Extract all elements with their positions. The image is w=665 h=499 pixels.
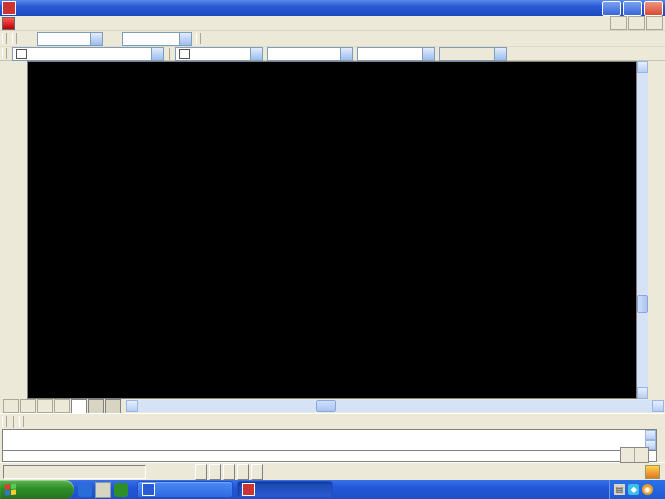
autocad-window: ▤ ◆ ◉: [0, 0, 665, 499]
lineweight-combo[interactable]: [357, 47, 435, 61]
task-autocad[interactable]: [237, 481, 333, 498]
combo-arrow-icon: [494, 48, 506, 60]
restore-button[interactable]: [623, 1, 642, 16]
left-dock: [0, 61, 27, 399]
color-swatch: [179, 49, 190, 59]
combo-arrow-icon[interactable]: [422, 48, 434, 60]
combo-arrow-icon[interactable]: [151, 48, 163, 60]
command-window: [0, 428, 665, 462]
tray-icon[interactable]: ◉: [642, 484, 653, 495]
status-bar: [0, 462, 665, 480]
layer-color-swatch: [16, 49, 27, 59]
combo-arrow-icon[interactable]: [340, 48, 352, 60]
tab-prev-icon[interactable]: [20, 399, 36, 413]
toolbar-grip[interactable]: [12, 33, 17, 44]
toolbar-separator: [169, 48, 170, 60]
vertical-scroll-thumb[interactable]: [637, 295, 648, 313]
horizontal-scroll-thumb[interactable]: [316, 400, 336, 412]
dim-style-icon[interactable]: [106, 32, 119, 45]
tab-layout2[interactable]: [105, 399, 121, 413]
autocad-icon: [242, 483, 255, 496]
draw-toolbar: [0, 61, 13, 399]
status-tray-icon[interactable]: [645, 465, 660, 479]
windows-taskbar: ▤ ◆ ◉: [0, 480, 665, 499]
osnap-view-toolbar-row: [0, 413, 665, 429]
polar-toggle[interactable]: [195, 464, 207, 480]
toolbar-grip[interactable]: [2, 33, 7, 44]
start-button[interactable]: [0, 480, 74, 499]
main-area: [0, 61, 665, 399]
horizontal-scrollbar[interactable]: [126, 400, 664, 412]
internet-explorer-icon[interactable]: [78, 483, 92, 497]
drawing-file-icon: [2, 17, 15, 30]
menu-bar: [0, 16, 665, 31]
tab-first-icon[interactable]: [3, 399, 19, 413]
coordinates-readout: [3, 465, 146, 479]
scroll-up-icon[interactable]: [645, 430, 656, 440]
toolbar-grip[interactable]: [19, 416, 24, 427]
toolbar-grip[interactable]: [2, 416, 7, 427]
minimize-button[interactable]: [602, 1, 621, 16]
vertical-scrollbar[interactable]: [637, 61, 648, 399]
title-bar: [0, 0, 665, 16]
quick-launch: [78, 482, 131, 498]
close-button[interactable]: [644, 1, 663, 16]
tray-icon[interactable]: ◆: [628, 484, 639, 495]
layout-tabs-row: [0, 399, 665, 413]
osnap-toggle[interactable]: [209, 464, 221, 480]
network-speed-overlay: [620, 447, 649, 463]
windows-flag-icon: [5, 483, 17, 496]
plotstyle-combo: [439, 47, 507, 61]
ortho-toggle[interactable]: [181, 464, 193, 480]
drawing-canvas[interactable]: [27, 61, 637, 399]
toolbar-grip[interactable]: [196, 33, 201, 44]
color-combo[interactable]: [175, 47, 263, 61]
command-prompt[interactable]: [2, 451, 657, 462]
combo-arrow-icon[interactable]: [250, 48, 262, 60]
tab-layout1[interactable]: [88, 399, 104, 413]
autocad-app-icon: [2, 1, 16, 15]
toolbar-grip[interactable]: [2, 48, 7, 59]
model-toggle[interactable]: [251, 464, 263, 480]
mdi-close-button[interactable]: [646, 16, 663, 30]
otrack-toggle[interactable]: [223, 464, 235, 480]
toolbar-separator: [13, 416, 14, 428]
system-tray: ▤ ◆ ◉: [609, 480, 665, 499]
task-word[interactable]: [137, 481, 233, 498]
horizontal-scroll-track[interactable]: [138, 400, 652, 412]
dimension-toolbar: [13, 61, 26, 399]
right-dock: [648, 61, 665, 399]
scroll-right-icon[interactable]: [652, 400, 664, 412]
dim-style-combo[interactable]: [122, 32, 192, 46]
command-history[interactable]: [2, 429, 657, 451]
layer-combo[interactable]: [12, 47, 164, 61]
snap-toggle[interactable]: [153, 464, 165, 480]
grid-toggle[interactable]: [167, 464, 179, 480]
mdi-minimize-button[interactable]: [610, 16, 627, 30]
lineweight-toggle[interactable]: [237, 464, 249, 480]
layers-properties-toolbar: [0, 47, 665, 61]
scroll-up-icon[interactable]: [637, 61, 648, 73]
scroll-down-icon[interactable]: [637, 387, 648, 399]
standard-toolbar: [0, 31, 665, 47]
word-icon: [142, 483, 155, 496]
tab-model[interactable]: [71, 399, 87, 413]
mdi-restore-button[interactable]: [628, 16, 645, 30]
combo-arrow-icon[interactable]: [179, 33, 191, 45]
vertical-scroll-track[interactable]: [637, 73, 648, 387]
text-style-icon[interactable]: [21, 32, 34, 45]
media-player-icon[interactable]: [114, 483, 128, 497]
show-desktop-icon[interactable]: [95, 482, 111, 498]
text-style-combo[interactable]: [37, 32, 103, 46]
linetype-combo[interactable]: [267, 47, 353, 61]
combo-arrow-icon[interactable]: [90, 33, 102, 45]
scroll-left-icon[interactable]: [126, 400, 138, 412]
tab-last-icon[interactable]: [54, 399, 70, 413]
tab-next-icon[interactable]: [37, 399, 53, 413]
tray-icon[interactable]: ▤: [614, 484, 625, 495]
